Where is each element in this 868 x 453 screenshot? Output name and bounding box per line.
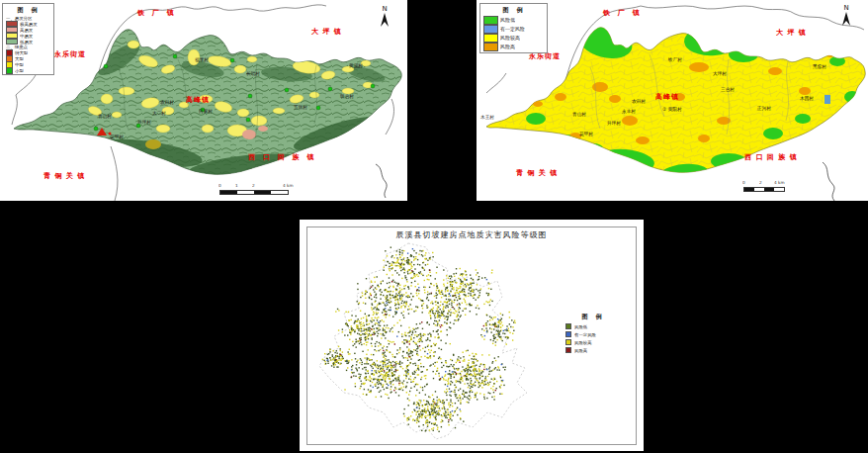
legend-row: 风险较高 xyxy=(565,338,621,346)
olive-patch xyxy=(145,139,161,149)
north-arrow: N xyxy=(840,5,852,31)
village-label: 五联村 xyxy=(294,104,307,110)
legend-label: 风险低 xyxy=(574,323,587,329)
north-arrow: N xyxy=(379,6,391,32)
village-label: 大二村 xyxy=(152,110,166,116)
village-label: 农科村 xyxy=(632,98,646,104)
slope-points-map-panel[interactable]: 辰溪县切坡建房点地质灾害风险等级图 图 例 风险低有一定风险风险较高风险高 xyxy=(300,220,644,451)
village-label: 升坪村 xyxy=(607,120,621,126)
legend-swatch xyxy=(483,43,498,51)
legend-swatch xyxy=(565,339,571,345)
town-label: 永乐街道 xyxy=(54,49,86,59)
legend-risk-zoning: 图 例 风险低有一定风险风险较高风险高 xyxy=(479,3,548,53)
legend-swatch xyxy=(483,34,498,43)
scale-label: 1 xyxy=(235,183,238,188)
scale-bar xyxy=(743,187,785,192)
river-line xyxy=(376,164,387,198)
village-label: 长哨村 xyxy=(246,70,260,76)
legend-point-rows: 特大型大型中型小型 xyxy=(6,49,51,73)
legend-section1-header: 一、易发分区 xyxy=(6,16,31,19)
legend-point-rows: 风险低有一定风险风险较高风险高 xyxy=(565,322,621,354)
village-label: 农科村 xyxy=(160,99,174,105)
town-label: 高峰镇 xyxy=(186,95,210,105)
legend-row: 有一定风险 xyxy=(565,330,621,338)
village-label: 花甲村 xyxy=(579,131,593,136)
legend-title: 图 例 xyxy=(6,6,51,15)
legend-row: 风险较高 xyxy=(483,34,545,43)
legend-swatch xyxy=(565,347,571,353)
legend-label: 风险较高 xyxy=(574,339,592,345)
village-label: 何家村 xyxy=(199,108,213,114)
scale-label: 0 xyxy=(742,180,745,185)
river-line xyxy=(823,162,834,201)
legend-zone-rows: 极高易发高易发中易发低易发 xyxy=(6,21,51,45)
legend-risk-rows: 风险低有一定风险风险较高风险高 xyxy=(483,16,545,51)
legend-label: 小型 xyxy=(15,67,24,73)
legend-row: 小型 xyxy=(6,67,51,73)
legend-label: 风险较高 xyxy=(500,35,520,42)
legend-slope-points: 图 例 风险低有一定风险风险较高风险高 xyxy=(563,311,623,355)
town-label: 铁 厂 镇 xyxy=(603,8,641,18)
legend-label: 大型 xyxy=(15,55,24,61)
figure-background: { "figure": {"background": "#000000"}, "… xyxy=(0,0,868,453)
village-label: 铁厂村 xyxy=(668,56,682,62)
scale-label: 0 xyxy=(218,183,221,188)
village-label: 木王村 xyxy=(480,114,494,120)
susceptibility-map-panel[interactable]: 图 例 一、易发分区 极高易发高易发中易发低易发 二、隐患点 特大型大型中型小型… xyxy=(0,0,407,201)
legend-row: 有一定风险 xyxy=(483,25,545,34)
scale-label: 2 xyxy=(759,180,762,185)
town-label: 青 铜 关 镇 xyxy=(516,168,558,178)
village-label: 联合村 xyxy=(340,93,354,99)
village-label: 黄泥村 xyxy=(349,62,363,68)
town-label: 青 铜 关 镇 xyxy=(43,171,85,181)
legend-swatch xyxy=(483,25,498,34)
village-label: 木园村 xyxy=(800,95,814,101)
legend-label: 风险高 xyxy=(574,347,587,353)
legend-label: 极高易发 xyxy=(20,21,38,27)
risk-zoning-map-panel[interactable]: 图 例 风险低有一定风险风险较高风险高 铁 厂 镇大 坪 镇永乐街道高峰镇青 铜… xyxy=(477,0,868,201)
legend-label: 特大型 xyxy=(15,49,28,55)
town-label: 大 坪 镇 xyxy=(776,28,807,38)
village-label: ② 黄阳村 xyxy=(662,106,682,112)
village-label: 大坪村 xyxy=(713,70,727,76)
scale-label: 4 km xyxy=(283,183,294,188)
village-label: 福李村 xyxy=(195,56,209,62)
village-label: 花甲村 xyxy=(110,134,124,139)
legend-title: 图 例 xyxy=(565,313,621,321)
scale-bar xyxy=(219,190,289,195)
legend-label: 中型 xyxy=(15,61,24,67)
village-label: 升坪村 xyxy=(137,119,151,125)
town-label: 大 坪 镇 xyxy=(311,27,342,37)
legend-swatch xyxy=(565,323,571,329)
legend-label: 有一定风险 xyxy=(500,26,525,33)
legend-label: 有一定风险 xyxy=(574,331,596,337)
legend-susceptibility: 图 例 一、易发分区 极高易发高易发中易发低易发 二、隐患点 特大型大型中型小型 xyxy=(2,3,54,75)
legend-section2-header: 二、隐患点 xyxy=(6,45,31,47)
legend-label: 风险低 xyxy=(500,17,515,24)
legend-row: 风险低 xyxy=(565,322,621,330)
legend-label: 中易发 xyxy=(20,33,33,39)
village-label: 黑窑村 xyxy=(813,63,826,69)
legend-swatch xyxy=(565,331,571,337)
legend-swatch xyxy=(483,16,498,25)
legend-swatch xyxy=(6,67,13,74)
town-label: 西 口 回 族 镇 xyxy=(744,152,798,162)
village-label: 青山村 xyxy=(572,111,586,117)
village-label: 永丰村 xyxy=(622,108,636,114)
some-risk-patch xyxy=(825,95,830,104)
legend-row: 风险高 xyxy=(565,346,621,354)
town-label: 西 口 回 族 镇 xyxy=(248,152,315,162)
scale-label: 4 km xyxy=(774,180,785,185)
village-label: 三合村 xyxy=(721,86,735,92)
village-label: 青山村 xyxy=(98,113,112,119)
north-arrow-icon xyxy=(379,12,391,28)
town-label: 铁 厂 镇 xyxy=(137,8,175,18)
legend-title: 图 例 xyxy=(483,6,545,15)
legend-label: 风险高 xyxy=(500,44,515,50)
legend-label: 高易发 xyxy=(20,27,33,33)
village-label: 正河村 xyxy=(757,105,771,111)
town-label: 高峰镇 xyxy=(655,92,679,102)
scale-label: 2 xyxy=(252,183,255,188)
legend-row: 风险低 xyxy=(483,16,545,25)
legend-row: 风险高 xyxy=(483,43,545,51)
